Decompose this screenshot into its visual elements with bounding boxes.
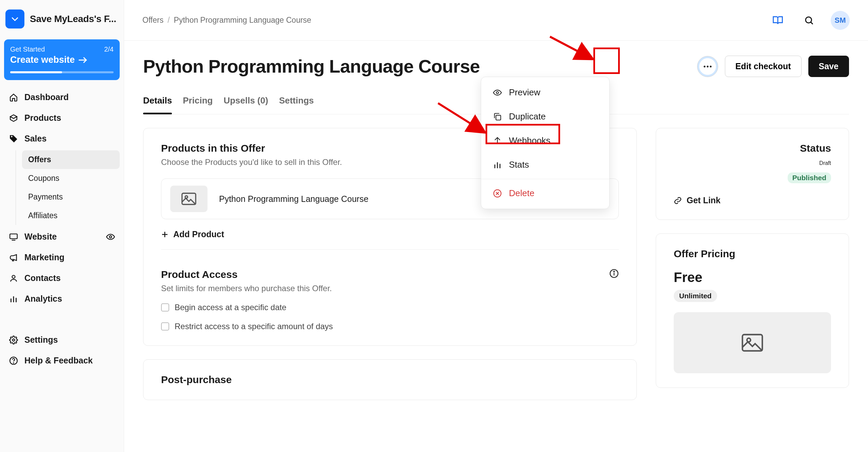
checkbox-icon: [161, 322, 169, 331]
get-link-button[interactable]: Get Link: [674, 195, 831, 205]
status-heading: Status: [674, 143, 831, 154]
svg-rect-28: [496, 115, 501, 120]
add-product-button[interactable]: Add Product: [161, 229, 619, 239]
dropdown-duplicate[interactable]: Duplicate: [481, 105, 609, 129]
status-draft-label: Draft: [819, 160, 831, 166]
nav-sales[interactable]: Sales: [4, 128, 120, 149]
nav-settings-label: Settings: [24, 335, 58, 345]
restrict-days-checkbox[interactable]: Restrict access to a specific amount of …: [161, 322, 619, 331]
post-purchase-heading: Post-purchase: [161, 374, 619, 385]
subnav-affiliates[interactable]: Affiliates: [22, 206, 120, 225]
dropdown-webhooks[interactable]: Webhooks: [481, 129, 609, 153]
progress-track: [10, 71, 114, 73]
gear-icon: [9, 335, 18, 345]
get-started-progress-text: 2/4: [104, 45, 114, 53]
dropdown-delete-label: Delete: [509, 188, 534, 199]
tag-icon: [9, 134, 18, 144]
nav-marketing[interactable]: Marketing: [4, 247, 120, 268]
nav-products-label: Products: [24, 113, 61, 123]
save-button[interactable]: Save: [808, 56, 849, 77]
svg-rect-1: [10, 234, 17, 239]
arrow-right-icon: [78, 57, 88, 63]
get-link-label: Get Link: [687, 195, 721, 205]
svg-point-4: [12, 275, 15, 278]
dropdown-preview[interactable]: Preview: [481, 80, 609, 105]
dropdown-delete[interactable]: Delete: [481, 181, 609, 205]
product-access-sub: Set limits for members who purchase this…: [161, 284, 619, 293]
breadcrumb-root[interactable]: Offers: [142, 16, 163, 25]
sidebar: Save MyLeads's F... Get Started 2/4 Crea…: [0, 0, 124, 452]
info-icon[interactable]: [609, 269, 619, 278]
post-purchase-card: Post-purchase: [143, 359, 637, 400]
eye-icon[interactable]: [106, 232, 115, 241]
checkbox-icon: [161, 303, 169, 312]
brand-name: Save MyLeads's F...: [30, 14, 116, 24]
product-access-heading: Product Access: [161, 269, 619, 280]
svg-point-14: [707, 65, 708, 67]
svg-point-15: [710, 65, 711, 67]
copy-icon: [493, 112, 502, 121]
brand-logo-icon: [5, 10, 24, 29]
product-title: Python Programming Language Course: [219, 194, 369, 204]
tab-pricing[interactable]: Pricing: [183, 91, 213, 114]
more-actions-button[interactable]: [697, 56, 718, 77]
nav-analytics-label: Analytics: [24, 294, 62, 304]
topbar: Offers / Python Programming Language Cou…: [124, 0, 868, 41]
status-card: Status Draft Published Get Link: [656, 128, 849, 220]
dropdown-stats[interactable]: Stats: [481, 153, 609, 177]
nav-settings[interactable]: Settings: [4, 329, 120, 350]
get-started-title: Create website: [10, 55, 75, 65]
tab-details[interactable]: Details: [143, 91, 172, 114]
add-product-label: Add Product: [173, 229, 224, 239]
image-placeholder-icon: [170, 186, 208, 212]
nav-analytics[interactable]: Analytics: [4, 288, 120, 309]
nav-help[interactable]: Help & Feedback: [4, 350, 120, 371]
subnav-offers[interactable]: Offers: [22, 150, 120, 169]
tab-settings[interactable]: Settings: [279, 91, 314, 114]
primary-nav: Dashboard Products Sales Offers Coupons …: [4, 87, 120, 371]
nav-contacts[interactable]: Contacts: [4, 268, 120, 288]
search-icon[interactable]: [800, 11, 818, 30]
svg-line-12: [811, 22, 813, 24]
subnav-payments[interactable]: Payments: [22, 188, 120, 206]
nav-products[interactable]: Products: [4, 108, 120, 128]
dropdown-preview-label: Preview: [509, 87, 540, 98]
delete-icon: [493, 189, 502, 198]
home-icon: [9, 93, 18, 102]
stats-icon: [493, 160, 502, 170]
svg-point-24: [614, 271, 614, 272]
svg-point-13: [704, 65, 705, 67]
tab-upsells[interactable]: Upsells (0): [223, 91, 268, 114]
svg-point-3: [110, 236, 112, 238]
svg-point-10: [13, 362, 14, 363]
brand-row[interactable]: Save MyLeads's F...: [4, 5, 120, 31]
monitor-icon: [9, 232, 18, 242]
restrict-days-label: Restrict access to a specific amount of …: [175, 322, 333, 331]
status-draft-option[interactable]: Draft: [674, 160, 831, 166]
edit-checkout-button[interactable]: Edit checkout: [725, 56, 802, 77]
status-published-option[interactable]: Published: [674, 172, 831, 183]
box-icon: [9, 113, 18, 123]
dropdown-webhooks-label: Webhooks: [509, 135, 550, 146]
svg-point-11: [806, 17, 812, 23]
published-badge: Published: [788, 172, 831, 183]
subnav-coupons[interactable]: Coupons: [22, 169, 120, 188]
dropdown-stats-label: Stats: [509, 159, 529, 170]
nav-help-label: Help & Feedback: [24, 356, 93, 365]
get-started-card[interactable]: Get Started 2/4 Create website: [4, 39, 120, 80]
offer-pricing-pill: Unlimited: [674, 290, 717, 302]
nav-sales-label: Sales: [24, 134, 46, 144]
breadcrumb-current: Python Programming Language Course: [174, 16, 311, 25]
eye-icon: [493, 88, 502, 97]
nav-dashboard[interactable]: Dashboard: [4, 87, 120, 108]
breadcrumb-separator: /: [167, 16, 170, 25]
bar-chart-icon: [9, 294, 18, 304]
megaphone-icon: [9, 253, 18, 262]
avatar[interactable]: SM: [831, 11, 850, 30]
book-icon[interactable]: [768, 11, 787, 30]
access-date-checkbox[interactable]: Begin access at a specific date: [161, 303, 619, 312]
pricing-image-placeholder: [674, 312, 831, 373]
offer-pricing-card: Offer Pricing Free Unlimited: [656, 233, 849, 388]
nav-website[interactable]: Website: [4, 226, 120, 247]
nav-marketing-label: Marketing: [24, 252, 64, 262]
